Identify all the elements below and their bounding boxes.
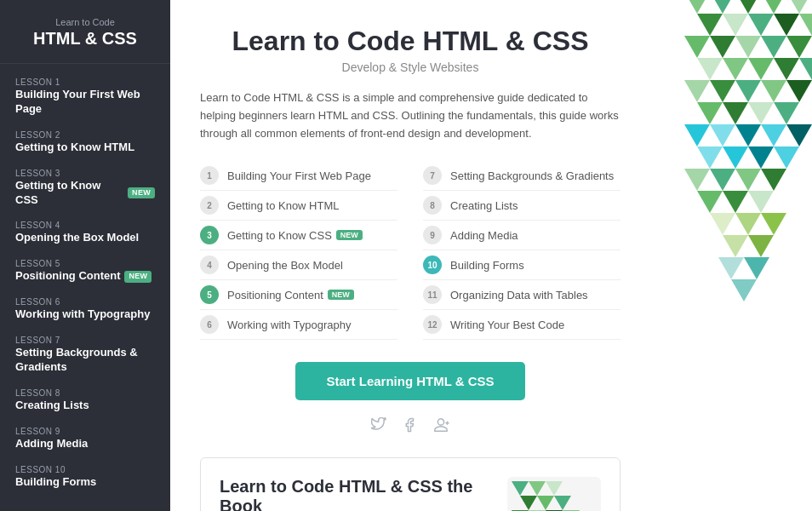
lesson-grid-item[interactable]: 5 Positioning ContentNew xyxy=(200,280,397,310)
svg-marker-67 xyxy=(761,213,786,235)
svg-marker-39 xyxy=(799,58,812,80)
svg-marker-68 xyxy=(723,235,748,257)
sidebar-lesson-10[interactable]: Lesson 10 Building Forms xyxy=(0,458,170,497)
lesson-number: Lesson 10 xyxy=(15,465,155,474)
sidebar-lesson-5[interactable]: Lesson 5 Positioning ContentNew xyxy=(0,252,170,290)
googleplus-icon[interactable] xyxy=(432,417,449,437)
svg-marker-53 xyxy=(786,124,812,146)
main-content: Learn to Code HTML & CSS Develop & Style… xyxy=(170,0,650,511)
lesson-grid-item[interactable]: 2 Getting to Know HTML xyxy=(200,191,397,221)
lesson-circle-num: 2 xyxy=(200,196,219,215)
svg-marker-22 xyxy=(735,0,761,14)
lesson-grid-label: Building Forms xyxy=(450,259,524,272)
lesson-circle-num: 11 xyxy=(423,285,442,304)
facebook-icon[interactable] xyxy=(402,417,417,437)
sidebar-lesson-9[interactable]: Lesson 9 Adding Media xyxy=(0,420,170,458)
svg-marker-25 xyxy=(697,14,723,36)
svg-marker-52 xyxy=(761,124,786,146)
svg-marker-63 xyxy=(723,191,748,213)
svg-marker-58 xyxy=(684,169,710,191)
lesson-grid-label: Writing Your Best Code xyxy=(450,319,564,331)
svg-marker-30 xyxy=(684,36,710,58)
lesson-circle-num: 5 xyxy=(200,285,219,304)
svg-marker-8 xyxy=(546,481,563,496)
lesson-grid-label: Organizing Data with Tables xyxy=(450,289,588,301)
lesson-grid-item[interactable]: 3 Getting to Know CSSNew xyxy=(200,221,397,250)
svg-marker-44 xyxy=(786,80,812,102)
lesson-number: Lesson 8 xyxy=(15,388,155,398)
book-image: Learn to Code xyxy=(507,477,601,511)
lesson-number: Lesson 5 xyxy=(15,259,155,268)
svg-marker-70 xyxy=(718,257,744,279)
svg-marker-31 xyxy=(710,36,735,58)
svg-marker-9 xyxy=(554,496,571,510)
lesson-grid-item[interactable]: 6 Working with Typography xyxy=(200,310,397,340)
lesson-title: Adding Media xyxy=(15,437,155,451)
lesson-number: Lesson 4 xyxy=(15,221,155,230)
svg-marker-36 xyxy=(723,58,748,80)
sidebar-lesson-8[interactable]: Lesson 8 Creating Lists xyxy=(0,382,170,420)
svg-marker-71 xyxy=(744,257,769,279)
lesson-grid-item[interactable]: 7 Setting Backgrounds & Gradients xyxy=(423,161,620,191)
new-badge: New xyxy=(128,187,155,199)
svg-marker-21 xyxy=(710,0,735,14)
svg-marker-50 xyxy=(710,124,735,146)
svg-marker-28 xyxy=(774,14,799,36)
lesson-col-2: 7 Setting Backgrounds & Gradients 8 Crea… xyxy=(423,161,620,340)
sidebar-lesson-2[interactable]: Lesson 2 Getting to Know HTML xyxy=(0,123,170,162)
book-section: Learn to Code HTML & CSS the Book Learn … xyxy=(200,457,620,511)
lesson-title: Getting to Know HTML xyxy=(15,141,155,155)
sidebar-lesson-6[interactable]: Lesson 6 Working with Typography xyxy=(0,290,170,329)
lesson-title: Getting to Know CSSNew xyxy=(15,179,155,208)
svg-marker-32 xyxy=(735,36,761,58)
start-learning-button[interactable]: Start Learning HTML & CSS xyxy=(295,362,524,400)
svg-marker-41 xyxy=(710,80,735,102)
social-icons-row xyxy=(200,417,620,437)
lesson-grid-item[interactable]: 10 Building Forms xyxy=(423,250,620,280)
lesson-grid-item[interactable]: 12 Writing Your Best Code xyxy=(423,310,620,340)
svg-marker-62 xyxy=(697,191,723,213)
lesson-title: Positioning ContentNew xyxy=(15,269,155,284)
lesson-title: Creating Lists xyxy=(15,399,155,413)
svg-marker-56 xyxy=(748,146,774,169)
new-badge: New xyxy=(124,271,152,283)
lesson-grid-item[interactable]: 1 Building Your First Web Page xyxy=(200,161,397,191)
lesson-grid-item[interactable]: 9 Adding Media xyxy=(423,221,620,250)
svg-marker-33 xyxy=(761,36,786,58)
sidebar-lesson-1[interactable]: Lesson 1 Building Your First Web Page xyxy=(0,71,170,123)
svg-marker-43 xyxy=(761,80,786,102)
lesson-grid-label: Creating Lists xyxy=(450,199,518,212)
sidebar-lesson-7[interactable]: Lesson 7 Setting Backgrounds & Gradients xyxy=(0,329,170,382)
sidebar-lesson-3[interactable]: Lesson 3 Getting to Know CSSNew xyxy=(0,162,170,215)
decorative-panel xyxy=(650,0,812,511)
svg-marker-45 xyxy=(697,102,723,124)
svg-marker-49 xyxy=(684,124,710,146)
sidebar-lesson-4[interactable]: Lesson 4 Opening the Box Model xyxy=(0,214,170,252)
svg-marker-4 xyxy=(520,496,537,510)
lesson-number: Lesson 7 xyxy=(15,336,155,345)
lesson-grid: 1 Building Your First Web Page 2 Getting… xyxy=(200,161,620,340)
lesson-grid-label: Getting to Know HTML xyxy=(227,199,340,212)
lesson-grid-label: Adding Media xyxy=(450,229,518,242)
sidebar-lessons-list: Lesson 1 Building Your First Web Page Le… xyxy=(0,71,170,497)
twitter-icon[interactable] xyxy=(371,417,386,437)
svg-marker-23 xyxy=(761,0,786,14)
lesson-grid-item[interactable]: 8 Creating Lists xyxy=(423,191,620,221)
lesson-grid-item[interactable]: 4 Opening the Box Model xyxy=(200,250,397,280)
lesson-circle-num: 3 xyxy=(200,226,219,244)
svg-marker-59 xyxy=(710,169,735,191)
lesson-title: Building Forms xyxy=(15,475,155,490)
svg-marker-37 xyxy=(748,58,774,80)
page-subtitle: Develop & Style Websites xyxy=(200,60,620,74)
lesson-grid-item[interactable]: 11 Organizing Data with Tables xyxy=(423,280,620,310)
lesson-grid-label: Getting to Know CSSNew xyxy=(227,229,363,242)
svg-marker-48 xyxy=(774,102,799,124)
svg-marker-55 xyxy=(723,146,748,169)
svg-marker-54 xyxy=(697,146,723,169)
lesson-title: Opening the Box Model xyxy=(15,231,155,245)
svg-marker-46 xyxy=(723,102,748,124)
svg-marker-64 xyxy=(748,191,774,213)
svg-marker-66 xyxy=(735,213,761,235)
lesson-circle-num: 6 xyxy=(200,315,219,334)
lesson-title: Working with Typography xyxy=(15,307,155,322)
